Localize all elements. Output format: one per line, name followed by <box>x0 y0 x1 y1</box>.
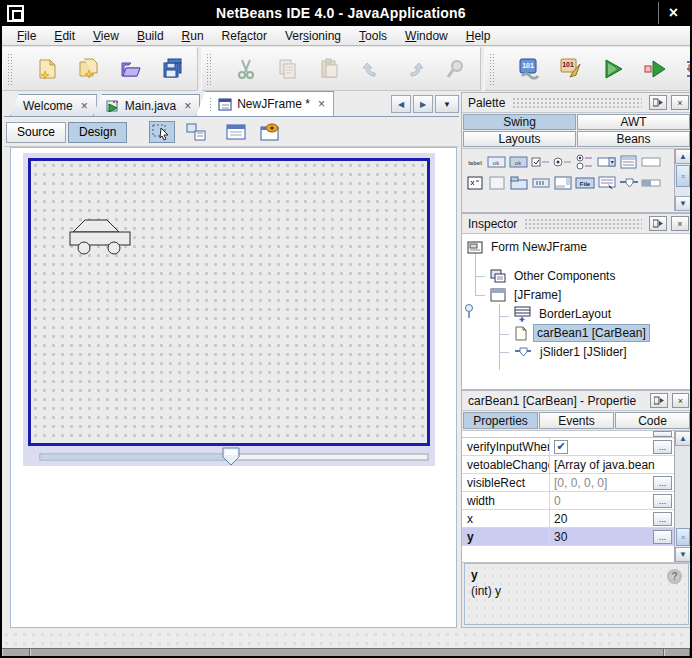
palette-scrollbar[interactable]: ▲ ≡ ▼ <box>674 149 691 211</box>
menu-help[interactable]: Help <box>457 27 500 45</box>
tab-close-icon[interactable]: × <box>181 99 191 113</box>
tree-node-borderlayout[interactable]: BorderLayout <box>514 305 614 323</box>
property-editor-button[interactable] <box>653 431 672 437</box>
car-bean-drawing[interactable] <box>69 218 135 258</box>
property-editor-button[interactable]: ... <box>653 530 672 544</box>
tree-node-jframe[interactable]: [JFrame] <box>490 286 564 304</box>
connection-mode-icon[interactable] <box>183 121 209 143</box>
menu-view[interactable]: View <box>84 27 128 45</box>
test-form-icon[interactable] <box>257 121 283 143</box>
menu-edit[interactable]: Edit <box>45 27 84 45</box>
tab-newjframe[interactable]: NewJFrame * × <box>196 91 334 116</box>
property-row-width[interactable]: width 0 ... <box>462 492 674 510</box>
scroll-tabs-left-icon[interactable]: ◀ <box>391 95 411 113</box>
jcheckbox-palette-icon[interactable] <box>530 151 552 172</box>
jlist-palette-icon[interactable] <box>618 151 640 172</box>
find-icon[interactable] <box>442 55 470 83</box>
jtabbedpane-palette-icon[interactable] <box>508 172 530 193</box>
tree-node-carbean[interactable]: carBean1 [CarBean] <box>514 324 650 342</box>
property-row-verifyinput[interactable]: verifyInputWher ✔ ... <box>462 438 674 456</box>
new-file-icon[interactable] <box>33 55 61 83</box>
menu-refactor[interactable]: Refactor <box>213 27 276 45</box>
clean-build-project-icon[interactable]: 101 <box>557 55 585 83</box>
toolbar-drag-handle[interactable] <box>206 53 212 85</box>
menu-file[interactable]: File <box>8 27 45 45</box>
inspector-header-grip[interactable] <box>524 218 642 230</box>
palette-category-swing[interactable]: Swing <box>463 114 576 130</box>
tab-welcome[interactable]: Welcome × <box>10 94 97 116</box>
properties-scroll-down-icon[interactable]: ▼ <box>675 547 691 562</box>
debug-project-icon[interactable] <box>683 55 692 83</box>
copy-icon[interactable] <box>274 55 302 83</box>
properties-scroll-thumb[interactable]: ≡ <box>676 528 690 546</box>
properties-close-icon[interactable]: × <box>672 393 689 408</box>
run-file-icon[interactable] <box>641 55 669 83</box>
palette-scroll-thumb[interactable]: ≡ <box>676 165 690 187</box>
design-view-button[interactable]: Design <box>68 122 127 143</box>
palette-minimize-icon[interactable] <box>649 95 667 110</box>
menu-versioning[interactable]: Versioning <box>276 27 350 45</box>
help-icon[interactable]: ? <box>667 569 682 584</box>
tab-close-icon[interactable]: × <box>315 97 325 111</box>
property-editor-button[interactable]: ... <box>653 494 672 508</box>
jmenubar-palette-icon[interactable] <box>596 172 618 193</box>
inspector-minimize-icon[interactable] <box>649 216 667 231</box>
property-row-vetoablechange[interactable]: vetoableChange [Array of java.bean <box>462 456 674 474</box>
jframe-design-surface[interactable] <box>28 158 430 446</box>
jcombobox-palette-icon[interactable] <box>596 151 618 172</box>
selection-mode-icon[interactable] <box>149 121 175 143</box>
redo-icon[interactable] <box>400 55 428 83</box>
paste-icon[interactable] <box>316 55 344 83</box>
menu-run[interactable]: Run <box>173 27 213 45</box>
tab-main-java[interactable]: Main.java × <box>93 94 200 116</box>
jtextarea-palette-icon[interactable] <box>464 172 486 193</box>
jfilechooser-palette-icon[interactable]: File <box>574 172 596 193</box>
palette-category-layouts[interactable]: Layouts <box>463 131 576 147</box>
open-project-icon[interactable] <box>117 55 145 83</box>
tree-node-jslider[interactable]: jSlider1 [JSlider] <box>514 343 630 361</box>
jlabel-palette-icon[interactable]: label <box>464 151 486 172</box>
inspector-close-icon[interactable]: × <box>671 216 689 231</box>
palette-header-grip[interactable] <box>512 97 642 109</box>
jprogressbar-palette-icon[interactable] <box>640 172 662 193</box>
tree-expander-icon[interactable] <box>464 303 474 319</box>
tab-code[interactable]: Code <box>615 412 690 429</box>
jtogglebutton-palette-icon[interactable]: ok <box>508 151 530 172</box>
jpanel-palette-icon[interactable] <box>486 172 508 193</box>
menu-build[interactable]: Build <box>128 27 173 45</box>
undo-icon[interactable] <box>358 55 386 83</box>
tab-properties[interactable]: Properties <box>463 412 538 429</box>
properties-scrollbar[interactable]: ▲ ≡ ▼ <box>674 431 691 562</box>
checkbox-checked-icon[interactable]: ✔ <box>554 440 568 454</box>
tab-events[interactable]: Events <box>539 412 614 429</box>
palette-category-beans[interactable]: Beans <box>577 131 690 147</box>
toolbar-drag-handle[interactable] <box>489 53 495 85</box>
jslider-component[interactable] <box>23 447 435 466</box>
tab-list-dropdown-icon[interactable]: ▼ <box>435 95 459 113</box>
palette-scroll-up-icon[interactable]: ▲ <box>675 149 691 164</box>
window-close-button[interactable]: × <box>658 2 688 24</box>
property-row-visiblerect[interactable]: visibleRect [0, 0, 0, 0] ... <box>462 474 674 492</box>
preview-design-icon[interactable] <box>223 121 249 143</box>
build-project-icon[interactable]: 101 <box>515 55 543 83</box>
source-view-button[interactable]: Source <box>6 122 66 143</box>
property-row-x[interactable]: x 20 ... <box>462 510 674 528</box>
new-project-icon[interactable] <box>75 55 103 83</box>
run-project-icon[interactable] <box>599 55 627 83</box>
jbutton-palette-icon[interactable]: ok <box>486 151 508 172</box>
jslider-palette-icon[interactable] <box>618 172 640 193</box>
properties-scroll-up-icon[interactable]: ▲ <box>675 431 691 446</box>
menu-window[interactable]: Window <box>396 27 457 45</box>
palette-scroll-down-icon[interactable]: ▼ <box>675 196 691 211</box>
toolbar-drag-handle[interactable] <box>7 53 13 85</box>
buttongroup-palette-icon[interactable] <box>574 151 596 172</box>
design-canvas[interactable] <box>10 147 457 628</box>
property-row-y-selected[interactable]: y 30 ... <box>462 528 674 546</box>
properties-minimize-icon[interactable] <box>650 393 667 408</box>
property-editor-button[interactable]: ... <box>653 512 672 526</box>
property-editor-button[interactable]: ... <box>653 440 672 454</box>
scroll-tabs-right-icon[interactable]: ▶ <box>413 95 433 113</box>
jscrollbar-palette-icon[interactable] <box>530 172 552 193</box>
jscrollpane-palette-icon[interactable] <box>552 172 574 193</box>
property-editor-button[interactable]: ... <box>653 476 672 490</box>
